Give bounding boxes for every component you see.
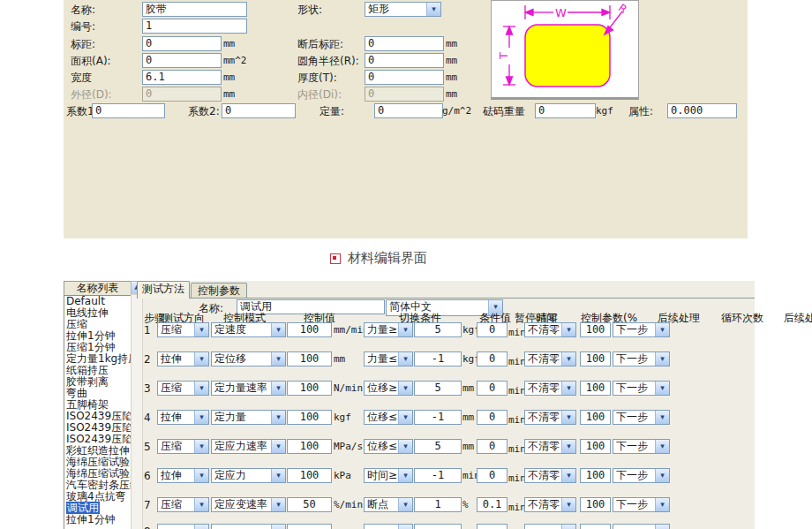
zero-clear-select[interactable]: 不清零▾ bbox=[524, 381, 576, 396]
chevron-down-icon[interactable]: ▾ bbox=[398, 440, 412, 453]
chevron-down-icon[interactable]: ▾ bbox=[271, 382, 285, 395]
tab-control-params[interactable]: 控制参数 bbox=[191, 283, 247, 299]
chevron-down-icon[interactable]: ▾ bbox=[194, 382, 208, 395]
direction-select[interactable]: 拉伸▾ bbox=[157, 410, 209, 425]
chevron-down-icon[interactable]: ▾ bbox=[398, 498, 412, 511]
control-param-input[interactable]: 100 bbox=[580, 497, 611, 512]
zero-clear-select[interactable]: 不清零▾ bbox=[524, 468, 576, 483]
switch-condition-select[interactable]: 位移≥▾ bbox=[364, 381, 413, 396]
control-param-input[interactable]: 100 bbox=[580, 351, 611, 367]
chevron-down-icon[interactable]: ▾ bbox=[271, 469, 285, 482]
field-input[interactable]: 0 bbox=[142, 36, 222, 51]
switch-condition-select[interactable]: 力量≥▾ bbox=[364, 322, 413, 337]
direction-select[interactable]: 压缩▾ bbox=[157, 497, 209, 512]
control-param-input[interactable]: 100 bbox=[580, 322, 611, 337]
control-value-input[interactable]: 100 bbox=[287, 410, 332, 425]
condition-value-input[interactable]: 5 bbox=[414, 322, 462, 337]
zero-clear-select[interactable]: 不清零▾ bbox=[524, 322, 576, 337]
chevron-down-icon[interactable]: ▾ bbox=[655, 469, 669, 482]
chevron-down-icon[interactable]: ▾ bbox=[561, 440, 575, 453]
field-input[interactable]: 0 bbox=[142, 87, 222, 102]
chevron-down-icon[interactable]: ▾ bbox=[655, 352, 669, 366]
pause-time-input[interactable]: 0.1 bbox=[477, 497, 508, 512]
control-value-input[interactable]: 100 bbox=[287, 439, 332, 454]
switch-condition-select[interactable]: 位移≤▾ bbox=[364, 439, 413, 454]
control-value-input[interactable]: 100 bbox=[287, 381, 332, 396]
coeff-input[interactable]: 0.000 bbox=[667, 103, 737, 118]
control-value-input[interactable]: 50 bbox=[287, 497, 332, 512]
chevron-down-icon[interactable]: ▾ bbox=[194, 440, 208, 453]
chevron-down-icon[interactable]: ▾ bbox=[271, 323, 285, 336]
next-action-select[interactable]: 下一步▾ bbox=[613, 468, 670, 483]
chevron-down-icon[interactable]: ▾ bbox=[194, 469, 208, 482]
next-action-select[interactable]: 下一步▾ bbox=[613, 381, 670, 396]
direction-select[interactable]: 拉伸▾ bbox=[157, 468, 209, 483]
chevron-down-icon[interactable]: ▾ bbox=[561, 382, 575, 395]
switch-condition-select[interactable]: 力量≤▾ bbox=[364, 351, 413, 367]
condition-value-input[interactable]: -1 bbox=[414, 351, 462, 367]
shape-select[interactable]: 矩形▾ bbox=[365, 2, 441, 17]
coeff-input[interactable]: 0 bbox=[535, 103, 596, 118]
chevron-down-icon[interactable]: ▾ bbox=[271, 440, 285, 453]
zero-clear-select[interactable]: 不清零▾ bbox=[524, 351, 576, 367]
control-param-input[interactable]: 100 bbox=[580, 410, 611, 425]
zero-clear-select[interactable]: 不清零▾ bbox=[524, 497, 576, 512]
chevron-down-icon[interactable]: ▾ bbox=[561, 525, 575, 529]
pause-time-input[interactable]: 0 bbox=[477, 322, 508, 337]
zero-clear-select[interactable]: 不清零▾ bbox=[524, 439, 576, 454]
pause-time-input[interactable]: 0 bbox=[477, 381, 508, 396]
next-action-select[interactable]: 下一步▾ bbox=[613, 351, 670, 367]
field-input[interactable]: 0 bbox=[365, 53, 444, 68]
method-list[interactable]: Default电线拉伸压缩拉伸1分钟压缩1分钟定力量1kg持压纸箱持压胶带剥离弯… bbox=[64, 295, 132, 529]
field-input[interactable]: 1 bbox=[142, 19, 247, 34]
control-param-input[interactable]: 100 bbox=[580, 439, 611, 454]
control-mode-select[interactable]: 定应力速率▾ bbox=[211, 439, 286, 454]
switch-condition-select[interactable]: 断点▾ bbox=[364, 497, 413, 512]
direction-select[interactable]: 压缩▾ bbox=[157, 322, 209, 337]
pause-time-input[interactable]: 0 bbox=[477, 468, 508, 483]
control-value-input[interactable]: 100 bbox=[287, 351, 332, 367]
next-action-select[interactable]: 下一步▾ bbox=[613, 439, 670, 454]
coeff-input[interactable]: 0 bbox=[374, 103, 443, 118]
field-input[interactable]: 0 bbox=[365, 36, 444, 51]
next-action-select[interactable]: 下一步▾ bbox=[613, 497, 670, 512]
pause-time-input[interactable]: 0 bbox=[477, 351, 508, 367]
control-mode-select[interactable]: 定应变速率▾ bbox=[211, 497, 286, 512]
control-mode-select[interactable]: 定力量速率▾ bbox=[211, 381, 286, 396]
control-mode-select[interactable]: ▾ bbox=[211, 524, 286, 529]
condition-value-input[interactable]: -1 bbox=[414, 410, 462, 425]
chevron-down-icon[interactable]: ▾ bbox=[561, 352, 575, 366]
control-param-input[interactable] bbox=[580, 524, 611, 529]
field-input[interactable]: 0 bbox=[142, 53, 222, 68]
condition-value-input[interactable]: 5 bbox=[414, 439, 462, 454]
condition-value-input[interactable]: -1 bbox=[414, 468, 462, 483]
zero-clear-select[interactable]: 不清零▾ bbox=[524, 410, 576, 425]
chevron-down-icon[interactable]: ▾ bbox=[271, 411, 285, 424]
chevron-down-icon[interactable]: ▾ bbox=[398, 323, 412, 336]
chevron-down-icon[interactable]: ▾ bbox=[561, 498, 575, 511]
control-value-input[interactable]: 100 bbox=[287, 468, 332, 483]
chevron-down-icon[interactable]: ▾ bbox=[655, 525, 669, 529]
pause-time-input[interactable]: 0 bbox=[477, 439, 508, 454]
chevron-down-icon[interactable]: ▾ bbox=[398, 525, 412, 529]
chevron-down-icon[interactable]: ▾ bbox=[398, 411, 412, 424]
control-mode-select[interactable]: 定速度▾ bbox=[211, 322, 286, 337]
chevron-down-icon[interactable]: ▾ bbox=[655, 323, 669, 336]
control-mode-select[interactable]: 定力量▾ bbox=[211, 410, 286, 425]
condition-value-input[interactable] bbox=[414, 524, 462, 529]
condition-value-input[interactable]: 1 bbox=[414, 497, 462, 512]
chevron-down-icon[interactable]: ▾ bbox=[426, 3, 440, 16]
chevron-down-icon[interactable]: ▾ bbox=[655, 440, 669, 453]
chevron-down-icon[interactable]: ▾ bbox=[655, 411, 669, 424]
direction-select[interactable]: ▾ bbox=[157, 524, 209, 529]
direction-select[interactable]: 压缩▾ bbox=[157, 439, 209, 454]
field-input[interactable]: 0 bbox=[365, 70, 444, 85]
field-input[interactable]: 6.1 bbox=[142, 70, 222, 85]
coeff-input[interactable]: 0 bbox=[222, 103, 296, 118]
chevron-down-icon[interactable]: ▾ bbox=[398, 469, 412, 482]
chevron-down-icon[interactable]: ▾ bbox=[655, 498, 669, 511]
chevron-down-icon[interactable]: ▾ bbox=[194, 525, 208, 529]
control-value-input[interactable]: 100 bbox=[287, 322, 332, 337]
coeff-input[interactable]: 0 bbox=[92, 103, 165, 118]
chevron-down-icon[interactable]: ▾ bbox=[398, 382, 412, 395]
